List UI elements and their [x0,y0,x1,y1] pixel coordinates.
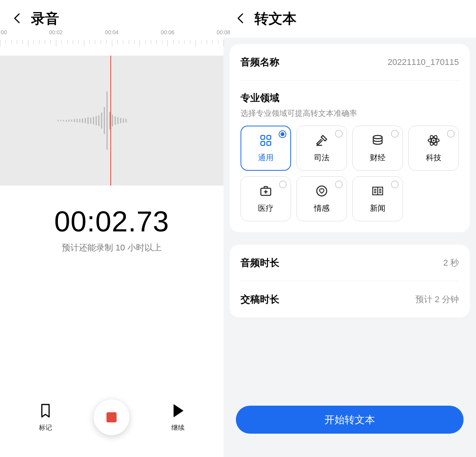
back-button[interactable] [11,12,24,26]
recorder-title: 录音 [31,9,59,28]
svg-point-8 [433,139,435,141]
timeline: 00:0000:0200:0400:0600:08 [0,38,223,56]
resume-button[interactable]: 继续 [171,403,185,432]
domain-chip-heart[interactable]: 情感 [296,176,347,221]
domain-chip-grid[interactable]: 通用 [241,126,291,171]
domain-chip-label: 财经 [370,152,385,163]
info-card: 音频时长 2 秒 交稿时长 预计 2 分钟 [230,245,470,317]
audio-name-value: 20221110_170115 [387,57,459,67]
eta-label: 交稿时长 [241,293,279,306]
timeline-tick-label: 00:08 [216,29,230,35]
domain-chip-label: 司法 [314,152,330,163]
audio-name-row[interactable]: 音频名称 20221110_170115 [241,44,459,81]
duration-label: 音频时长 [241,256,279,269]
svg-point-4 [373,135,382,139]
gavel-icon [315,134,328,149]
mark-button[interactable]: 标记 [39,403,52,432]
settings-card: 音频名称 20221110_170115 专业领域 选择专业领域可提高转文本准确… [230,44,470,232]
transcribe-screen: 转文本 音频名称 20221110_170115 专业领域 选择专业领域可提高转… [223,0,476,457]
duration-value: 2 秒 [443,257,459,269]
domain-chip-label: 通用 [258,152,274,163]
duration-row: 音频时长 2 秒 [241,245,459,281]
recorder-screen: 录音 00:0000:0200:0400:0600:08 00:02.73 预计… [0,0,223,457]
waveform [58,91,127,150]
news-icon [371,184,384,199]
radio-indicator [335,130,343,138]
transcribe-header: 转文本 [223,0,476,38]
audio-name-label: 音频名称 [241,56,279,68]
recorder-controls: 标记 继续 [0,399,223,435]
coins-icon [371,134,384,149]
svg-rect-3 [267,141,271,145]
waveform-area[interactable] [0,56,223,186]
radio-indicator [447,130,455,138]
remaining-estimate: 预计还能录制 10 小时以上 [0,242,223,254]
heart-icon [315,184,328,199]
eta-value: 预计 2 分钟 [415,294,459,305]
domain-section-subtitle: 选择专业领域可提高转文本准确率 [241,108,459,119]
atom-icon [427,134,440,149]
playhead [110,56,111,186]
domain-chip-label: 医疗 [258,203,274,214]
svg-point-10 [317,186,327,196]
radio-indicator [391,130,399,138]
domain-chip-gavel[interactable]: 司法 [296,126,347,171]
domain-chip-coins[interactable]: 财经 [352,126,403,171]
transcribe-title: 转文本 [255,9,296,28]
timer: 00:02.73 预计还能录制 10 小时以上 [0,205,223,254]
domain-grid: 通用司法财经科技医疗情感新闻 [241,126,459,232]
radio-indicator [279,130,286,138]
timeline-tick-label: 00:02 [49,29,63,35]
start-transcribe-label: 开始转文本 [324,413,375,427]
domain-chip-label: 科技 [426,152,441,163]
resume-label: 继续 [171,423,185,432]
timeline-tick-label: 00:00 [0,29,7,35]
domain-section-title: 专业领域 [241,81,459,104]
domain-chip-medkit[interactable]: 医疗 [241,176,291,221]
back-button[interactable] [234,12,248,26]
medkit-icon [259,184,272,199]
timeline-tick-label: 00:06 [161,29,174,35]
svg-rect-2 [261,141,265,145]
stop-icon [106,412,117,422]
domain-chip-news[interactable]: 新闻 [352,176,403,221]
radio-indicator [279,180,287,188]
start-transcribe-button[interactable]: 开始转文本 [236,406,464,434]
radio-indicator [335,180,343,188]
bookmark-icon [39,403,52,420]
radio-indicator [391,180,399,188]
domain-chip-label: 新闻 [370,203,385,214]
grid-icon [259,134,272,149]
play-icon [171,403,185,420]
domain-section: 专业领域 选择专业领域可提高转文本准确率 通用司法财经科技医疗情感新闻 [241,81,459,232]
timeline-tick-label: 00:04 [105,29,119,35]
elapsed-time: 00:02.73 [0,205,223,238]
mark-label: 标记 [39,423,52,432]
domain-chip-label: 情感 [314,203,330,214]
eta-row: 交稿时长 预计 2 分钟 [241,281,459,317]
svg-rect-0 [261,135,265,139]
svg-rect-1 [267,135,271,139]
stop-button[interactable] [94,399,129,435]
domain-chip-atom[interactable]: 科技 [408,126,459,171]
